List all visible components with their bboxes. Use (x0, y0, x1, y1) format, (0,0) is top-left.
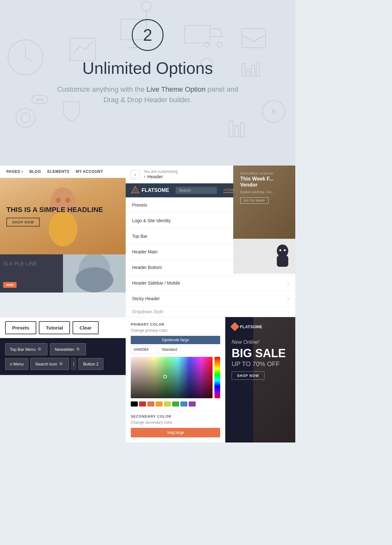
svg-text:$: $ (272, 108, 276, 116)
sale-percent: UP TO 70% OFF (232, 360, 289, 368)
subtitle: Customize anything with the Live Theme O… (49, 84, 246, 105)
shop-now-button[interactable]: SHOP NOW (6, 218, 40, 227)
svg-point-37 (279, 249, 281, 251)
color-gradient-board[interactable] (131, 357, 213, 398)
color-swatches (131, 401, 220, 407)
search-icon-block[interactable]: Search Icon ⚙ (30, 358, 69, 370)
nav-blog[interactable]: BLOG (29, 169, 41, 174)
big-sale-showcase: FLATSOME New Online! BIG SALE UP TO 70% … (225, 317, 295, 442)
darkness-overlay (131, 357, 213, 398)
svg-text:NEW: NEW (36, 98, 44, 102)
nav-search[interactable]: Search (176, 187, 217, 194)
svg-rect-23 (229, 121, 233, 137)
color-type-button[interactable]: Standard (158, 345, 181, 354)
swatch-black[interactable] (131, 401, 138, 407)
divider-block: | (71, 358, 77, 370)
main-wrapper: NEW $ 2 Unlimited Options Custo (0, 0, 295, 442)
search-icon-gear-icon: ⚙ (59, 361, 64, 366)
clear-button[interactable]: Clear (73, 321, 99, 334)
sec-light (63, 254, 126, 293)
svg-point-30 (65, 198, 70, 203)
current-color-bar: Gjeldende farge (131, 336, 220, 344)
button2-block[interactable]: Button 2 (78, 358, 103, 370)
bottom-left: Presets Tutorial Clear Top Bar Menu ⚙ Ne… (0, 317, 126, 442)
step-circle: 2 (132, 19, 164, 51)
main-title: Unlimited Options (6, 59, 289, 78)
primary-color-desc: Change primary color. (131, 328, 220, 333)
color-picker-panel: PRIMARY COLOR Change primary color. Gjel… (126, 317, 225, 442)
nav-my-account[interactable]: MY ACCOUNT (76, 169, 103, 174)
color-inputs: Standard (131, 345, 220, 354)
toolbar-buttons: Presets Tutorial Clear (0, 317, 126, 338)
secondary-color-title: SECONDARY COLOR (131, 414, 220, 418)
svg-rect-36 (277, 256, 288, 267)
go-to-shop-button[interactable]: GO TO SHOP (240, 197, 269, 204)
secondary-color-button[interactable]: Velg farge (131, 428, 220, 437)
big-sale-shop-now-button[interactable]: SHOP NOW (232, 372, 264, 380)
nav-menu-block[interactable]: n Menu (5, 358, 28, 370)
svg-point-29 (56, 198, 61, 203)
website-hero: THIS IS A SIMPLE HEADLINE SHOP NOW (0, 178, 126, 254)
top-bar-menu-gear-icon: ⚙ (38, 347, 43, 352)
secondary-color-section: SECONDARY COLOR Change secondary color. … (131, 410, 220, 437)
swatch-amber[interactable] (156, 401, 163, 407)
svg-point-18 (21, 113, 30, 123)
hex-input[interactable] (131, 345, 156, 354)
customizer-panel: ‹ You are customising ↑ Header ? FLA (126, 166, 295, 317)
nav-pages[interactable]: PAGES ▾ (6, 169, 23, 174)
newsletter-block[interactable]: Newsletter ⚙ (50, 343, 86, 355)
step-number: 2 (143, 27, 152, 43)
bottom-section: Presets Tutorial Clear Top Bar Menu ⚙ Ne… (0, 317, 295, 442)
screenshots-row: PAGES ▾ BLOG ELEMENTS MY ACCOUNT THIS IS… (0, 166, 295, 317)
vendor-preview: FEATURED VENDOR This Week F... Vendor Ex… (233, 166, 295, 317)
website-secondary: IS A PLE LINE NOW (0, 254, 126, 293)
swatch-blue[interactable] (180, 401, 187, 407)
back-button[interactable]: ‹ (131, 170, 140, 179)
swatch-purple[interactable] (189, 401, 196, 407)
flatsome-logo-text: FLATSOME (142, 188, 169, 193)
now-btn: NOW (3, 282, 17, 288)
color-picker-area (131, 357, 220, 398)
tutorial-button[interactable]: Tutorial (39, 321, 70, 334)
swatch-orange[interactable] (147, 401, 154, 407)
website-preview: PAGES ▾ BLOG ELEMENTS MY ACCOUNT THIS IS… (0, 166, 126, 317)
nav-elements[interactable]: ELEMENTS (47, 169, 69, 174)
ninja-figure (275, 244, 290, 268)
subtitle-pre: Customize anything with the (57, 85, 146, 93)
flatsome-diamond-icon (230, 322, 239, 331)
ninja-section (233, 239, 295, 274)
hero-section: NEW $ 2 Unlimited Options Custo (0, 0, 295, 166)
big-sale-title: BIG SALE (232, 348, 289, 359)
svg-point-21 (262, 100, 285, 123)
svg-point-26 (142, 2, 151, 11)
svg-point-32 (75, 267, 113, 292)
vendor-badge: FEATURED VENDOR (237, 169, 291, 176)
swatch-red[interactable] (139, 401, 146, 407)
hero-headline: THIS IS A SIMPLE HEADLINE (6, 206, 103, 214)
svg-rect-25 (241, 123, 244, 137)
primary-color-title: PRIMARY COLOR (131, 322, 220, 326)
flatsome-logo-icon (131, 186, 140, 195)
new-online-text: New Online! (232, 339, 289, 345)
svg-rect-19 (32, 96, 48, 103)
hero-text: THIS IS A SIMPLE HEADLINE SHOP NOW (6, 206, 103, 227)
svg-point-17 (16, 108, 35, 127)
header-row-1: Top Bar Menu ⚙ Newsletter ⚙ (5, 343, 121, 355)
swatch-yellow-green[interactable] (164, 401, 171, 407)
vendor-card: FEATURED VENDOR This Week F... Vendor Ex… (233, 166, 295, 239)
svg-point-35 (277, 244, 288, 257)
svg-rect-3 (70, 38, 95, 60)
sec-dark: IS A PLE LINE NOW (0, 254, 63, 293)
presets-button[interactable]: Presets (5, 321, 36, 334)
svg-rect-7 (185, 25, 210, 43)
vendor-title: This Week F... Vendor (237, 176, 291, 190)
flatsome-badge: FLATSOME (232, 323, 289, 330)
svg-point-8 (204, 42, 209, 47)
hue-slider[interactable] (214, 357, 220, 398)
top-bar-menu-block[interactable]: Top Bar Menu ⚙ (5, 343, 47, 355)
big-sale-section: FLATSOME New Online! BIG SALE UP TO 70% … (225, 317, 295, 442)
header-builder: Top Bar Menu ⚙ Newsletter ⚙ n Menu Searc… (0, 338, 126, 375)
svg-rect-10 (242, 29, 266, 48)
swatch-green[interactable] (172, 401, 179, 407)
secondary-color-desc: Change secondary color. (131, 420, 220, 425)
